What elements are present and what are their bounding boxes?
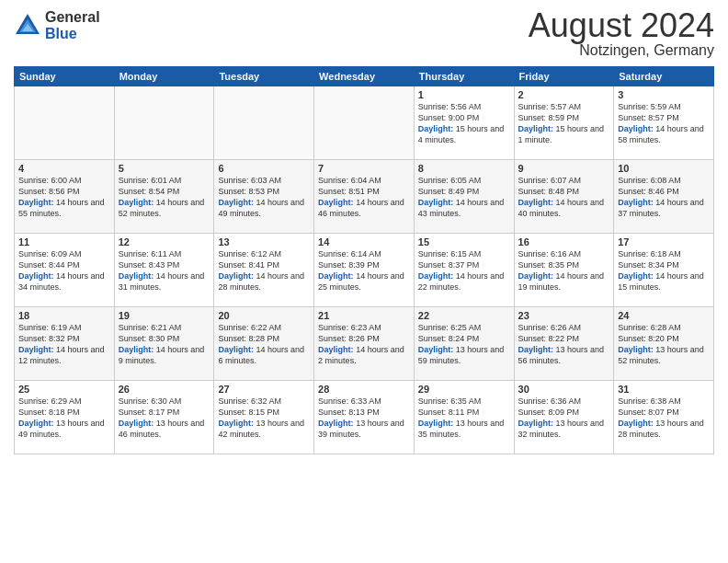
daylight-label: Daylight:: [18, 419, 56, 428]
day-info: Sunrise: 6:14 AMSunset: 8:39 PMDaylight:…: [318, 248, 410, 293]
sunrise-text: Sunrise: 6:33 AM: [318, 396, 381, 406]
sunrise-text: Sunrise: 6:12 AM: [218, 249, 281, 259]
sunset-text: Sunset: 8:15 PM: [218, 408, 279, 417]
sunset-text: Sunset: 8:22 PM: [518, 334, 580, 343]
day-cell: 14Sunrise: 6:14 AMSunset: 8:39 PMDayligh…: [314, 234, 415, 307]
day-info: Sunrise: 6:12 AMSunset: 8:41 PMDaylight:…: [218, 248, 310, 293]
day-cell: 12Sunrise: 6:11 AMSunset: 8:43 PMDayligh…: [114, 234, 214, 307]
day-cell: 7Sunrise: 6:04 AMSunset: 8:51 PMDaylight…: [314, 160, 415, 234]
day-cell: 18Sunrise: 6:19 AMSunset: 8:32 PMDayligh…: [15, 307, 115, 381]
daylight-label: Daylight:: [18, 271, 56, 281]
daylight-label: Daylight:: [318, 419, 356, 428]
daylight-label: Daylight:: [518, 271, 556, 281]
header-sunday: Sunday: [15, 67, 115, 86]
day-cell: 11Sunrise: 6:09 AMSunset: 8:44 PMDayligh…: [15, 234, 115, 307]
sunset-text: Sunset: 8:32 PM: [18, 334, 80, 343]
sunset-text: Sunset: 8:28 PM: [218, 334, 279, 343]
sunset-text: Sunset: 8:57 PM: [618, 113, 679, 122]
sunset-text: Sunset: 8:24 PM: [418, 334, 480, 343]
day-info: Sunrise: 6:08 AMSunset: 8:46 PMDaylight:…: [618, 175, 710, 220]
logo-icon: [14, 12, 41, 40]
sunrise-text: Sunrise: 6:30 AM: [119, 396, 182, 406]
week-row-2: 4Sunrise: 6:00 AMSunset: 8:56 PMDaylight…: [15, 160, 714, 234]
day-info: Sunrise: 6:33 AMSunset: 8:13 PMDaylight:…: [318, 396, 410, 441]
sunrise-text: Sunrise: 6:09 AM: [18, 249, 82, 259]
header-thursday: Thursday: [414, 67, 514, 86]
sunset-text: Sunset: 8:20 PM: [618, 334, 679, 343]
sunrise-text: Sunrise: 6:26 AM: [518, 323, 582, 332]
day-info: Sunrise: 6:19 AMSunset: 8:32 PMDaylight:…: [18, 322, 110, 367]
sunrise-text: Sunrise: 6:08 AM: [618, 176, 681, 185]
sunset-text: Sunset: 8:34 PM: [618, 260, 679, 270]
day-cell: 4Sunrise: 6:00 AMSunset: 8:56 PMDaylight…: [15, 160, 115, 234]
day-cell: 23Sunrise: 6:26 AMSunset: 8:22 PMDayligh…: [514, 307, 614, 381]
day-info: Sunrise: 6:30 AMSunset: 8:17 PMDaylight:…: [119, 396, 210, 441]
sunrise-text: Sunrise: 6:21 AM: [119, 323, 182, 332]
day-number: 14: [318, 236, 410, 247]
day-info: Sunrise: 6:01 AMSunset: 8:54 PMDaylight:…: [119, 175, 210, 220]
day-info: Sunrise: 6:22 AMSunset: 8:28 PMDaylight:…: [218, 322, 310, 367]
day-info: Sunrise: 6:18 AMSunset: 8:34 PMDaylight:…: [618, 248, 710, 293]
day-number: 7: [318, 163, 410, 174]
sunrise-text: Sunrise: 6:36 AM: [518, 396, 582, 406]
daylight-label: Daylight:: [218, 271, 256, 281]
day-cell: 28Sunrise: 6:33 AMSunset: 8:13 PMDayligh…: [314, 381, 415, 454]
day-number: 5: [119, 163, 210, 174]
sunset-text: Sunset: 8:09 PM: [518, 408, 580, 417]
weekday-header-row: Sunday Monday Tuesday Wednesday Thursday…: [15, 67, 714, 86]
sunset-text: Sunset: 8:35 PM: [518, 260, 580, 270]
day-cell: 3Sunrise: 5:59 AMSunset: 8:57 PMDaylight…: [614, 86, 714, 160]
daylight-label: Daylight:: [518, 124, 556, 133]
main-container: General Blue August 2024 Notzingen, Germ…: [0, 0, 728, 464]
daylight-label: Daylight:: [318, 271, 356, 281]
sunrise-text: Sunrise: 6:16 AM: [518, 249, 582, 259]
sunrise-text: Sunrise: 5:56 AM: [418, 102, 482, 111]
sunset-text: Sunset: 8:54 PM: [119, 187, 180, 196]
sunrise-text: Sunrise: 6:29 AM: [18, 396, 82, 406]
daylight-label: Daylight:: [518, 198, 556, 207]
day-number: 12: [119, 236, 210, 247]
day-number: 21: [318, 310, 410, 321]
day-cell: 31Sunrise: 6:38 AMSunset: 8:07 PMDayligh…: [614, 381, 714, 454]
sunrise-text: Sunrise: 5:57 AM: [518, 102, 582, 111]
day-cell: [214, 86, 314, 160]
daylight-label: Daylight:: [618, 124, 655, 133]
sunrise-text: Sunrise: 6:03 AM: [218, 176, 281, 185]
logo-blue: Blue: [45, 26, 100, 42]
day-cell: 27Sunrise: 6:32 AMSunset: 8:15 PMDayligh…: [214, 381, 314, 454]
logo: General Blue: [14, 9, 100, 41]
sunset-text: Sunset: 8:43 PM: [119, 260, 180, 270]
daylight-label: Daylight:: [318, 345, 356, 354]
header-monday: Monday: [114, 67, 214, 86]
day-cell: 21Sunrise: 6:23 AMSunset: 8:26 PMDayligh…: [314, 307, 415, 381]
title-block: August 2024 Notzingen, Germany: [529, 9, 714, 59]
day-cell: 22Sunrise: 6:25 AMSunset: 8:24 PMDayligh…: [414, 307, 514, 381]
daylight-label: Daylight:: [119, 271, 156, 281]
day-number: 23: [518, 310, 610, 321]
day-info: Sunrise: 5:57 AMSunset: 8:59 PMDaylight:…: [518, 101, 610, 146]
daylight-label: Daylight:: [618, 198, 655, 207]
day-info: Sunrise: 6:11 AMSunset: 8:43 PMDaylight:…: [119, 248, 210, 293]
day-cell: 20Sunrise: 6:22 AMSunset: 8:28 PMDayligh…: [214, 307, 314, 381]
day-number: 27: [218, 384, 310, 395]
header-friday: Friday: [514, 67, 614, 86]
day-number: 13: [218, 236, 310, 247]
sunrise-text: Sunrise: 6:25 AM: [418, 323, 482, 332]
week-row-4: 18Sunrise: 6:19 AMSunset: 8:32 PMDayligh…: [15, 307, 714, 381]
sunset-text: Sunset: 8:49 PM: [418, 187, 480, 196]
logo-general: General: [45, 9, 100, 26]
sunset-text: Sunset: 8:26 PM: [318, 334, 380, 343]
sunset-text: Sunset: 9:00 PM: [418, 113, 480, 122]
calendar-table: Sunday Monday Tuesday Wednesday Thursday…: [14, 66, 714, 454]
sunset-text: Sunset: 8:30 PM: [119, 334, 180, 343]
day-number: 18: [18, 310, 110, 321]
day-info: Sunrise: 6:04 AMSunset: 8:51 PMDaylight:…: [318, 175, 410, 220]
day-cell: 2Sunrise: 5:57 AMSunset: 8:59 PMDaylight…: [514, 86, 614, 160]
day-info: Sunrise: 5:59 AMSunset: 8:57 PMDaylight:…: [618, 101, 710, 146]
day-cell: 24Sunrise: 6:28 AMSunset: 8:20 PMDayligh…: [614, 307, 714, 381]
day-cell: 25Sunrise: 6:29 AMSunset: 8:18 PMDayligh…: [15, 381, 115, 454]
day-number: 24: [618, 310, 710, 321]
day-number: 26: [119, 384, 210, 395]
header-tuesday: Tuesday: [214, 67, 314, 86]
day-cell: 16Sunrise: 6:16 AMSunset: 8:35 PMDayligh…: [514, 234, 614, 307]
